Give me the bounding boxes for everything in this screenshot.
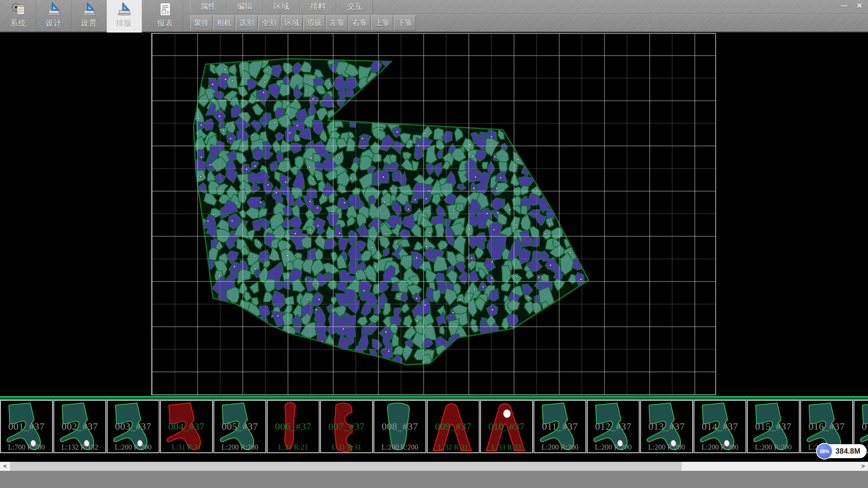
status-bar — [0, 471, 868, 488]
scrollbar-thumb[interactable] — [10, 462, 682, 471]
piece-thumbnail — [214, 401, 265, 452]
action-cut-all[interactable]: 全割 — [258, 15, 280, 31]
main-tab-layout[interactable]: 排版 — [107, 0, 142, 33]
thumbnail-cell[interactable]: 015_#37L:200 R:200 — [747, 400, 800, 453]
gear-document-icon — [10, 2, 27, 17]
action-bar: 聚排相机选割全割区域瑕疵左靠右靠上靠下靠 — [190, 15, 416, 31]
action-align-top[interactable]: 上靠 — [371, 15, 393, 31]
main-tab-bar: 系统设计设置排版报表 — [1, 0, 183, 33]
report-document-icon — [157, 2, 174, 17]
progress-circle: 38% — [816, 443, 833, 460]
minimize-button[interactable]: — — [837, 1, 851, 10]
main-tab-label: 报表 — [157, 18, 174, 28]
piece-thumbnail — [641, 401, 692, 452]
piece-thumbnail — [321, 401, 372, 452]
thumbnail-cell[interactable]: 007_#37L:31 R:31 — [320, 400, 373, 453]
main-tab-label: 设置 — [81, 18, 97, 28]
piece-thumbnail — [428, 401, 479, 452]
piece-thumbnail — [481, 401, 532, 452]
thumbnail-cell[interactable]: 011_#37L:200 R:200 — [533, 400, 586, 453]
menu-edit[interactable]: 编辑 — [226, 1, 263, 13]
main-tab-label: 设计 — [46, 18, 62, 28]
nesting-canvas[interactable] — [0, 33, 868, 396]
action-align-bottom[interactable]: 下靠 — [394, 15, 416, 31]
menu-bar: 属性编辑区域排料交互 — [190, 1, 373, 14]
ruler-laptop-icon — [81, 2, 97, 17]
action-align-right[interactable]: 右靠 — [349, 15, 371, 31]
close-button[interactable]: ✕ — [853, 1, 866, 10]
menu-nesting[interactable]: 排料 — [300, 1, 336, 13]
window-controls: — ✕ — [837, 1, 866, 10]
thumbnail-cell[interactable]: 008_#37L:200 R:200 — [373, 400, 426, 453]
strip-divider-line — [0, 396, 868, 400]
main-tab-label: 系统 — [10, 18, 27, 28]
piece-thumbnail — [588, 401, 639, 452]
thumbnail-cell[interactable]: 002_#37L:132 R:132 — [53, 400, 106, 453]
thumbnail-cell[interactable]: 013_#37L:200 R:200 — [640, 400, 693, 453]
main-toolbar: 系统设计设置排版报表 属性编辑区域排料交互 聚排相机选割全割区域瑕疵左靠右靠上靠… — [0, 0, 868, 33]
action-defect[interactable]: 瑕疵 — [303, 15, 326, 31]
piece-thumbnail — [54, 401, 105, 452]
menu-separator — [187, 14, 868, 14]
main-tab-settings[interactable]: 设置 — [71, 0, 107, 33]
main-tab-report[interactable]: 报表 — [148, 0, 183, 33]
thumbnail-cell[interactable]: 004_#37L:31 R:31 — [160, 400, 213, 453]
scroll-right-arrow[interactable]: > — [858, 462, 868, 471]
thumbnail-cell[interactable]: 010_#37L:33 R:33 — [480, 400, 533, 453]
piece-thumbnail — [1, 401, 52, 452]
thumbnail-cell[interactable]: 006_#37L:21 R:21 — [267, 400, 320, 453]
piece-thumbnail — [694, 401, 745, 452]
thumbnail-cell[interactable]: 012_#37L:200 R:200 — [587, 400, 640, 453]
main-tab-label: 排版 — [116, 18, 132, 28]
piece-thumbnail — [534, 401, 585, 452]
scroll-left-arrow[interactable]: < — [0, 462, 10, 471]
menu-interact[interactable]: 交互 — [336, 1, 373, 13]
piece-thumbnail-strip: 001_#37L:700 R:700002_#37L:132 R:132003_… — [0, 400, 868, 453]
main-tab-design[interactable]: 设计 — [36, 0, 71, 33]
status-badge[interactable]: 38% 384.8M — [817, 444, 867, 458]
menu-properties[interactable]: 属性 — [190, 1, 226, 13]
ruler-laptop-icon — [46, 2, 62, 17]
main-tab-system[interactable]: 系统 — [1, 0, 36, 33]
thumbnail-cell[interactable]: 009_#37L:32 R:31 — [427, 400, 480, 453]
thumbnail-cell[interactable]: 014_#37L:200 R:200 — [693, 400, 746, 453]
action-select-cut[interactable]: 选割 — [236, 15, 258, 31]
action-cluster-nest[interactable]: 聚排 — [190, 15, 212, 31]
piece-thumbnail — [374, 401, 425, 452]
piece-thumbnail — [748, 401, 799, 452]
piece-thumbnail — [161, 401, 212, 452]
horizontal-scrollbar: < > — [0, 462, 868, 471]
memory-label: 384.8M — [835, 447, 860, 455]
action-align-left[interactable]: 左靠 — [326, 15, 348, 31]
action-region[interactable]: 区域 — [281, 15, 303, 31]
action-camera[interactable]: 相机 — [213, 15, 235, 31]
thumbnail-cell[interactable]: 003_#37L:200 R:200 — [107, 400, 160, 453]
piece-thumbnail — [108, 401, 159, 452]
thumbnail-cell[interactable]: 005_#37L:200 R:200 — [213, 400, 266, 453]
thumbnail-cell[interactable]: 001_#37L:700 R:700 — [0, 400, 53, 453]
menu-region[interactable]: 区域 — [263, 1, 300, 13]
ruler-laptop-icon — [116, 2, 132, 17]
piece-thumbnail — [268, 401, 319, 452]
